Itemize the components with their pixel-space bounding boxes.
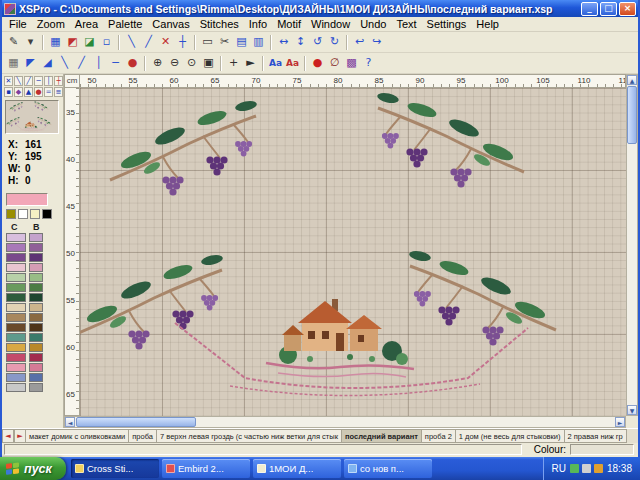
menu-item-text[interactable]: Text [391,17,421,31]
horizontal-line-icon[interactable]: ─ [107,55,124,72]
palette-swatch-back[interactable] [29,363,43,372]
vertical-scroll-thumb[interactable] [627,86,637,144]
menu-item-canvas[interactable]: Canvas [147,17,194,31]
taskbar-button[interactable]: 1МОИ Д... [253,459,341,478]
maximize-button[interactable]: □ [600,2,617,16]
horizontal-stitch-tool-icon[interactable]: ─ [34,76,43,86]
mirror-horizontal-icon[interactable]: ↔ [275,34,292,51]
tab-scroll-right-button[interactable]: ► [14,429,26,443]
scroll-up-button[interactable]: ▲ [627,75,637,85]
vertical-scrollbar[interactable]: ▲ ▼ [626,74,638,416]
menu-item-window[interactable]: Window [306,17,355,31]
vertical-stitch-tool-icon[interactable]: │ [44,76,53,86]
taskbar-button[interactable]: со нов п... [344,459,432,478]
pattern-tab[interactable]: 7 верхн левая гроздь (с частью ниж ветки… [157,429,342,443]
half-back-tool-icon[interactable]: ╲ [14,76,23,86]
palette-swatch-cross[interactable] [6,383,26,392]
diagonal-back-icon[interactable]: ╲ [56,55,73,72]
pattern-tab[interactable]: макет домик с оливковками [26,429,129,443]
half-stitch-icon[interactable]: ◩ [64,34,81,51]
cross-stitch-icon[interactable]: ✕ [157,34,174,51]
palette-swatch-back[interactable] [29,243,43,252]
palette-swatch-cross[interactable] [6,263,26,272]
quick-swatch[interactable] [18,209,28,219]
taskbar-button[interactable]: Embird 2... [162,459,250,478]
pattern-tab[interactable]: 2 правая ниж гр [565,429,627,443]
rotate-left-icon[interactable]: ↺ [309,34,326,51]
palette-swatch-back[interactable] [29,233,43,242]
outline-grid-icon[interactable]: ┼ [174,34,191,51]
three-quarter-stitch-icon[interactable]: ◪ [81,34,98,51]
start-button[interactable]: пуск [0,457,66,480]
pattern-tab[interactable]: последний вариант [342,429,422,443]
taskbar-button[interactable]: Cross Sti... [71,459,159,478]
tray-icon-1[interactable] [570,464,579,473]
scroll-right-button[interactable]: ► [615,417,625,427]
pattern-tab[interactable]: проба [129,429,157,443]
straight-stitch-icon[interactable]: ╱ [140,34,157,51]
palette-swatch-back[interactable] [29,343,43,352]
palette-swatch-back[interactable] [29,313,43,322]
text-latin-icon[interactable]: Aa [267,55,284,72]
palette-swatch-cross[interactable] [6,323,26,332]
tab-scroll-left-button[interactable]: ◄ [2,429,14,443]
palette-swatch-back[interactable] [29,303,43,312]
menu-item-settings[interactable]: Settings [422,17,472,31]
pencil-dropdown-icon[interactable]: ▾ [22,34,39,51]
palette-swatch-cross[interactable] [6,283,26,292]
horizontal-scroll-thumb[interactable] [76,417,196,427]
bead-tool-icon[interactable]: ◆ [14,87,23,97]
zoom-actual-icon[interactable]: ⊙ [183,55,200,72]
close-button[interactable]: × [619,2,636,16]
clock[interactable]: 18:38 [607,463,632,474]
grid-toggle-icon[interactable]: ▦ [5,55,22,72]
quarter-tool-icon[interactable]: ▲ [24,87,33,97]
tray-icon-3[interactable] [594,464,603,473]
copy-icon[interactable]: ▤ [233,34,250,51]
full-stitch-icon[interactable]: ▦ [47,34,64,51]
titlebar[interactable]: XSPro - C:\Documents and Settings\Rimma\… [2,0,638,17]
zoom-in-icon[interactable]: ⊕ [149,55,166,72]
palette-swatch-cross[interactable] [6,373,26,382]
menu-item-info[interactable]: Info [244,17,272,31]
color-wheel-icon[interactable]: ● [309,55,326,72]
palette-swatch-cross[interactable] [6,253,26,262]
rotate-right-icon[interactable]: ↻ [326,34,343,51]
palette-swatch-cross[interactable] [6,293,26,302]
quick-swatch[interactable] [30,209,40,219]
half-top-stitch-icon[interactable]: ◤ [22,55,39,72]
stitch-canvas[interactable] [80,88,626,416]
palette-swatch-cross[interactable] [6,353,26,362]
french-knot-icon[interactable]: ● [124,55,141,72]
selected-color-swatch[interactable] [6,193,48,206]
minimize-button[interactable]: _ [581,2,598,16]
pointer-tool-icon[interactable]: ► [242,55,259,72]
palette-swatch-back[interactable] [29,283,43,292]
mirror-vertical-icon[interactable]: ↕ [292,34,309,51]
menu-item-stitches[interactable]: Stitches [195,17,244,31]
backstitch-icon[interactable]: ╲ [123,34,140,51]
palette-swatch-back[interactable] [29,293,43,302]
palette-swatch-cross[interactable] [6,343,26,352]
half-fore-tool-icon[interactable]: ╱ [24,76,33,86]
menu-item-file[interactable]: File [4,17,32,31]
undo-icon[interactable]: ↩ [351,34,368,51]
palette-settings-icon[interactable]: ▩ [343,55,360,72]
cut-icon[interactable]: ✂ [216,34,233,51]
grid-stitch-tool-icon[interactable]: ┼ [54,76,63,86]
no-color-icon[interactable]: ∅ [326,55,343,72]
double-line-tool-icon[interactable]: ═ [44,87,53,97]
petite-stitch-icon[interactable]: ▫ [98,34,115,51]
palette-swatch-cross[interactable] [6,233,26,242]
menu-item-motif[interactable]: Motif [272,17,306,31]
palette-swatch-cross[interactable] [6,313,26,322]
pan-tool-icon[interactable]: + [225,55,242,72]
redo-icon[interactable]: ↪ [368,34,385,51]
palette-swatch-back[interactable] [29,273,43,282]
scroll-down-button[interactable]: ▼ [627,405,637,415]
quick-swatch[interactable] [42,209,52,219]
full-cross-tool-icon[interactable]: ✕ [4,76,13,86]
pattern-tab[interactable]: проба 2 [422,429,456,443]
palette-swatch-back[interactable] [29,353,43,362]
menu-item-area[interactable]: Area [70,17,103,31]
